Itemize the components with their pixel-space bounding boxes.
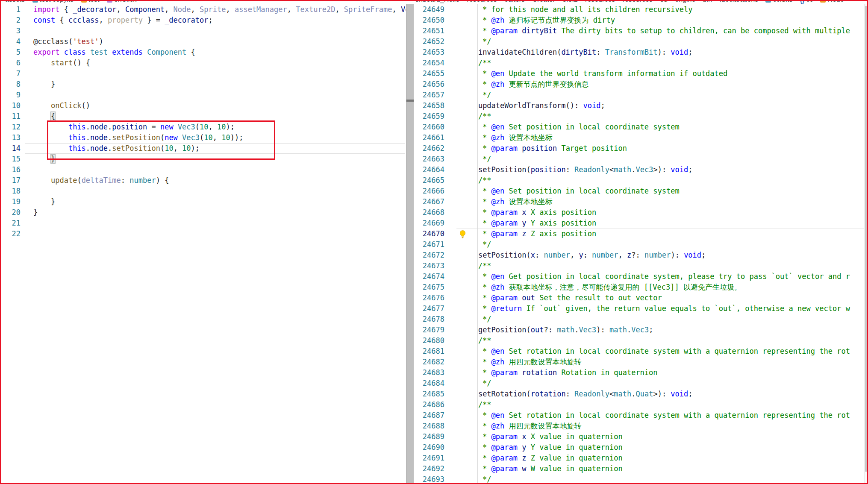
breadcrumb-separator: › bbox=[580, 0, 583, 3]
breadcrumb-item[interactable]: Creator bbox=[532, 0, 555, 3]
overview-ruler-mark bbox=[406, 100, 414, 102]
breadcrumb-item[interactable]: test bbox=[88, 0, 100, 3]
code-line: */ bbox=[456, 36, 850, 47]
vertical-scrollbar[interactable] bbox=[864, 4, 868, 484]
breadcrumb-separator: › bbox=[27, 0, 29, 3]
line-number: 14 bbox=[0, 143, 21, 154]
line-number: 16 bbox=[0, 164, 21, 175]
code-line: */ bbox=[456, 474, 850, 484]
breadcrumb-item[interactable]: resources bbox=[467, 0, 497, 3]
code-line: * @param dirtyBit The dirty bits to setu… bbox=[456, 26, 850, 36]
line-number: 12 bbox=[0, 122, 21, 132]
line-number: 24677 bbox=[415, 303, 444, 314]
line-number: 24680 bbox=[415, 335, 444, 346]
vscode-window: { "window": { "border_color": "#e81123",… bbox=[0, 0, 868, 484]
namespace-icon: {} bbox=[800, 0, 804, 4]
line-number: 24693 bbox=[415, 474, 444, 484]
breadcrumb-item[interactable]: Node bbox=[827, 0, 844, 3]
line-number: 24669 bbox=[415, 218, 444, 229]
code-line: @ccclass('test') bbox=[33, 36, 406, 47]
line-number: 20 bbox=[0, 207, 21, 218]
line-number: 24685 bbox=[415, 389, 444, 399]
code-line: * @param x X value in quaternion bbox=[456, 431, 850, 442]
file-icon bbox=[32, 0, 38, 3]
code-line: * @en Update the world transform informa… bbox=[456, 68, 850, 79]
breadcrumb-separator: › bbox=[527, 0, 530, 3]
line-number: 24667 bbox=[415, 197, 444, 207]
line-number: 24655 bbox=[415, 68, 444, 79]
breadcrumb-item[interactable]: bin bbox=[703, 0, 712, 3]
code-line: * @param y Y axis position bbox=[456, 218, 850, 229]
code-line: * @param position Target position bbox=[456, 143, 850, 154]
line-number: 24688 bbox=[415, 421, 444, 431]
breadcrumb-item[interactable]: shboard_Hello bbox=[415, 0, 459, 3]
breadcrumb-item[interactable]: engine bbox=[675, 0, 695, 3]
breadcrumb-item[interactable]: editors bbox=[504, 0, 525, 3]
code-line: * @en Get position in local coordinate s… bbox=[456, 271, 850, 282]
code-line: * @return If `out` given, the return val… bbox=[456, 303, 850, 314]
line-number: 24649 bbox=[415, 4, 444, 15]
breadcrumb-item[interactable]: cc.d.ts bbox=[773, 0, 792, 3]
line-number: 24687 bbox=[415, 410, 444, 421]
code-line: * @param rotation Rotation in quaternion bbox=[456, 367, 850, 378]
code-line bbox=[33, 218, 406, 229]
breadcrumb-item[interactable]: cc bbox=[806, 0, 813, 3]
scrollbar-slider[interactable] bbox=[865, 6, 868, 472]
code-line: * @en Set rotation in local coordinate s… bbox=[456, 410, 850, 421]
line-number: 11 bbox=[0, 111, 21, 122]
code-line: * @param z Z value in quaternion bbox=[456, 453, 850, 463]
code-line: setPosition(x: number, y: number, z?: nu… bbox=[456, 250, 850, 261]
code-line: * @zh 用四元数设置本地旋转 bbox=[456, 357, 850, 367]
code-line: } bbox=[33, 207, 406, 218]
editor-pane-right[interactable]: 2464924650246512465224653246542465524656… bbox=[415, 4, 864, 484]
breadcrumb-item[interactable]: resources bbox=[623, 0, 653, 3]
code-line: * @zh 获取本地坐标，注意，尽可能传递复用的 [[Vec3]] 以避免产生垃… bbox=[456, 282, 850, 293]
line-number: 24651 bbox=[415, 26, 444, 36]
line-number: 24658 bbox=[415, 100, 444, 111]
line-number: 5 bbox=[0, 47, 21, 58]
line-number: 24683 bbox=[415, 367, 444, 378]
line-number: 8 bbox=[0, 79, 21, 90]
breadcrumb-item[interactable]: 3.8.2 bbox=[562, 0, 578, 3]
breadcrumb-separator: › bbox=[761, 0, 763, 3]
line-number: 24660 bbox=[415, 122, 444, 132]
line-number: 24673 bbox=[415, 261, 444, 271]
editor-pane-left[interactable]: 12345678910111213141516171819202122 impo… bbox=[0, 4, 406, 484]
line-number: 24691 bbox=[415, 453, 444, 463]
line-number: 24676 bbox=[415, 293, 444, 303]
line-number: 24657 bbox=[415, 90, 444, 100]
code-line: * @zh 用四元数设置本地旋转 bbox=[456, 421, 850, 431]
breadcrumb[interactable]: assets›test copy.ts›test›onClick bbox=[5, 0, 403, 4]
line-number: 24664 bbox=[415, 164, 444, 175]
code-line bbox=[33, 68, 406, 79]
breadcrumb-item[interactable]: assets bbox=[5, 0, 25, 3]
class-icon bbox=[820, 0, 826, 3]
code-area[interactable]: * for this node and all its children rec… bbox=[456, 4, 864, 484]
code-line: /** bbox=[456, 175, 850, 186]
code-line: /** bbox=[456, 58, 850, 68]
line-number-gutter: 12345678910111213141516171819202122 bbox=[0, 4, 21, 239]
code-line: setPosition(position: Readonly<math.Vec3… bbox=[456, 164, 850, 175]
code-line: */ bbox=[456, 90, 850, 100]
breadcrumb-item[interactable]: 3d bbox=[660, 0, 668, 3]
breadcrumb-separator: › bbox=[655, 0, 657, 3]
breadcrumb-item[interactable]: resources bbox=[585, 0, 615, 3]
code-line: } bbox=[33, 79, 406, 90]
breadcrumb-item[interactable]: .declarations bbox=[719, 0, 758, 3]
code-line: * @param y Y value in quaternion bbox=[456, 442, 850, 453]
code-line: } bbox=[33, 197, 406, 207]
code-area[interactable]: import { _decorator, Component, Node, Sp… bbox=[26, 4, 406, 484]
code-line: onClick() bbox=[33, 100, 406, 111]
breadcrumb-separator: › bbox=[815, 0, 818, 3]
vertical-scrollbar[interactable] bbox=[406, 4, 414, 484]
line-number: 24674 bbox=[415, 271, 444, 282]
breadcrumb-item[interactable]: test copy.ts bbox=[40, 0, 74, 3]
line-number: 24653 bbox=[415, 47, 444, 58]
line-number: 24665 bbox=[415, 175, 444, 186]
breadcrumb[interactable]: shboard_Hello›resources›editors›Creator›… bbox=[415, 0, 860, 4]
line-number: 24682 bbox=[415, 357, 444, 367]
line-number: 21 bbox=[0, 218, 21, 229]
code-line: */ bbox=[456, 239, 850, 250]
line-number: 24656 bbox=[415, 79, 444, 90]
breadcrumb-item[interactable]: onClick bbox=[114, 0, 136, 3]
